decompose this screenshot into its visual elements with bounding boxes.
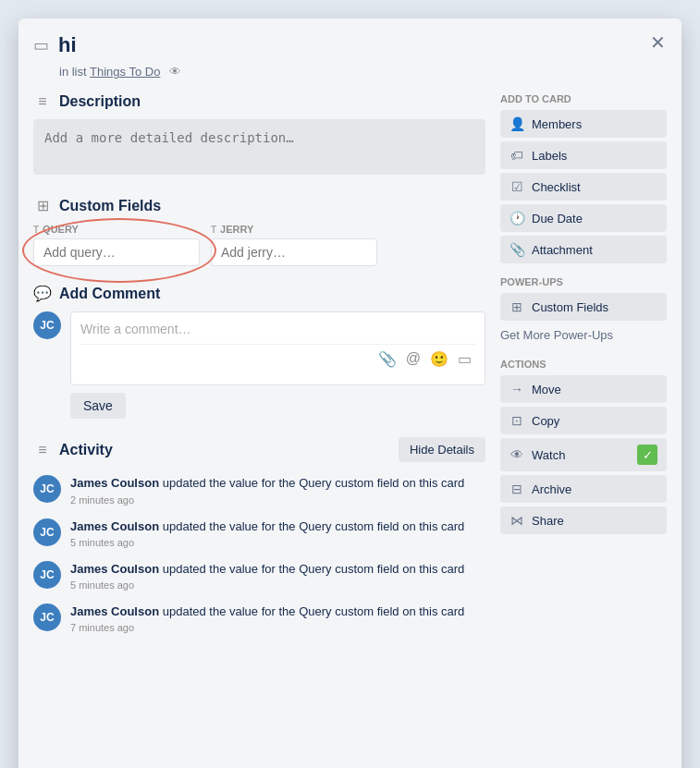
description-icon: ≡ xyxy=(33,93,52,110)
activity-time: 5 minutes ago xyxy=(70,579,464,591)
custom-fields-sidebar-label: Custom Fields xyxy=(532,300,608,314)
description-title: Description xyxy=(59,93,141,110)
current-user-avatar: JC xyxy=(33,311,61,339)
members-label: Members xyxy=(532,117,582,131)
activity-content: James Coulson updated the value for the … xyxy=(70,561,464,591)
activity-user: James Coulson xyxy=(70,519,159,533)
share-button[interactable]: ⋈ Share xyxy=(500,506,667,534)
subtitle-text: in list xyxy=(59,65,87,79)
modal-body: ≡ Description ⊞ Custom Fields T QUERY xyxy=(33,93,667,768)
power-ups-title: POWER-UPS xyxy=(500,276,667,287)
hide-details-button[interactable]: Hide Details xyxy=(399,437,485,462)
comment-input[interactable]: Write a comment… 📎 @ 🙂 ▭ xyxy=(70,311,485,385)
avatar: JC xyxy=(33,475,61,503)
activity-icon: ≡ xyxy=(33,442,52,458)
due-date-icon: 🕐 xyxy=(510,211,524,226)
query-input[interactable] xyxy=(33,238,200,266)
actions-title: ACTIONS xyxy=(500,359,667,370)
avatar: JC xyxy=(33,603,61,631)
activity-item: JC James Coulson updated the value for t… xyxy=(33,603,485,633)
comment-header: 💬 Add Comment xyxy=(33,285,485,302)
watch-label: Watch xyxy=(532,448,565,462)
emoji-toolbar-icon[interactable]: 🙂 xyxy=(430,350,448,368)
move-icon: → xyxy=(510,382,524,396)
activity-user: James Coulson xyxy=(70,476,159,490)
mention-toolbar-icon[interactable]: @ xyxy=(406,350,421,368)
modal-header: ▭ hi xyxy=(33,33,667,57)
move-label: Move xyxy=(532,383,561,396)
share-icon: ⋈ xyxy=(510,513,524,528)
watch-checkmark: ✓ xyxy=(637,445,657,465)
due-date-button[interactable]: 🕐 Due Date xyxy=(500,204,667,232)
checklist-button[interactable]: ☑ Checklist xyxy=(500,173,667,201)
checklist-icon: ☑ xyxy=(510,179,524,194)
comment-placeholder: Write a comment… xyxy=(80,322,191,336)
custom-fields-icon: ⊞ xyxy=(33,197,52,214)
activity-item: JC James Coulson updated the value for t… xyxy=(33,518,485,548)
custom-fields-section: ⊞ Custom Fields T QUERY xyxy=(33,197,485,266)
main-content: ≡ Description ⊞ Custom Fields T QUERY xyxy=(33,93,485,768)
comment-icon: 💬 xyxy=(33,285,52,302)
archive-label: Archive xyxy=(532,482,571,496)
activity-description: updated the value for the Query custom f… xyxy=(163,476,465,490)
activity-item: JC James Coulson updated the value for t… xyxy=(33,561,485,591)
activity-section: ≡ Activity Hide Details JC James Coulson… xyxy=(33,437,485,633)
activity-title: Activity xyxy=(59,442,113,458)
custom-fields-header: ⊞ Custom Fields xyxy=(33,197,485,214)
avatar: JC xyxy=(33,561,61,589)
card-title[interactable]: hi xyxy=(58,33,77,57)
jerry-input[interactable] xyxy=(211,238,377,266)
get-more-link[interactable]: Get More Power-Ups xyxy=(500,324,667,346)
archive-icon: ⊟ xyxy=(510,482,524,496)
labels-label: Labels xyxy=(532,149,567,163)
jerry-type-icon: T xyxy=(211,225,216,235)
copy-icon: ⊡ xyxy=(510,413,524,428)
card-icon: ▭ xyxy=(33,35,49,55)
activity-content: James Coulson updated the value for the … xyxy=(70,518,464,548)
labels-button[interactable]: 🏷 Labels xyxy=(500,141,667,169)
attachment-toolbar-icon[interactable]: 📎 xyxy=(378,350,397,368)
activity-time: 2 minutes ago xyxy=(70,494,464,506)
activity-description: updated the value for the Query custom f… xyxy=(163,519,465,533)
description-input[interactable] xyxy=(33,119,485,175)
list-link[interactable]: Things To Do xyxy=(90,65,160,79)
close-button[interactable]: ✕ xyxy=(645,30,670,55)
activity-header: ≡ Activity Hide Details xyxy=(33,437,485,462)
add-comment-section: 💬 Add Comment JC Write a comment… 📎 @ 🙂 … xyxy=(33,285,485,419)
labels-icon: 🏷 xyxy=(510,148,524,163)
description-section: ≡ Description xyxy=(33,93,485,178)
query-field: T QUERY xyxy=(33,224,200,266)
add-to-card-title: ADD TO CARD xyxy=(500,93,667,104)
activity-description: updated the value for the Query custom f… xyxy=(163,562,465,576)
activity-content: James Coulson updated the value for the … xyxy=(70,475,464,505)
activity-content: James Coulson updated the value for the … xyxy=(70,603,464,633)
watch-btn-icon: 👁 xyxy=(510,447,524,462)
copy-button[interactable]: ⊡ Copy xyxy=(500,407,667,434)
activity-header-left: ≡ Activity xyxy=(33,442,113,458)
archive-button[interactable]: ⊟ Archive xyxy=(500,475,667,503)
activity-description: updated the value for the Query custom f… xyxy=(163,604,465,618)
jerry-label: T JERRY xyxy=(211,224,377,235)
move-button[interactable]: → Move xyxy=(500,375,667,403)
custom-fields-sidebar-icon: ⊞ xyxy=(510,299,524,314)
members-icon: 👤 xyxy=(510,116,524,131)
activity-text: James Coulson updated the value for the … xyxy=(70,475,464,492)
comment-title: Add Comment xyxy=(59,286,160,302)
members-button[interactable]: 👤 Members xyxy=(500,110,667,138)
query-label: T QUERY xyxy=(33,224,200,235)
card-subtitle: in list Things To Do 👁 xyxy=(59,65,667,79)
comment-toolbar: 📎 @ 🙂 ▭ xyxy=(80,344,475,368)
custom-fields-button[interactable]: ⊞ Custom Fields xyxy=(500,293,667,321)
watch-icon[interactable]: 👁 xyxy=(169,65,181,79)
jerry-field: T JERRY xyxy=(211,224,377,266)
card-toolbar-icon[interactable]: ▭ xyxy=(458,350,472,368)
sidebar: ADD TO CARD 👤 Members 🏷 Labels ☑ Checkli… xyxy=(500,93,667,768)
attachment-button[interactable]: 📎 Attachment xyxy=(500,236,667,263)
attachment-icon: 📎 xyxy=(510,242,524,257)
save-comment-button[interactable]: Save xyxy=(70,393,126,419)
watch-button[interactable]: 👁 Watch ✓ xyxy=(500,438,667,471)
checklist-label: Checklist xyxy=(532,180,581,194)
activity-text: James Coulson updated the value for the … xyxy=(70,518,464,535)
activity-text: James Coulson updated the value for the … xyxy=(70,603,464,620)
custom-fields-row: T QUERY T JERRY xyxy=(33,224,485,266)
